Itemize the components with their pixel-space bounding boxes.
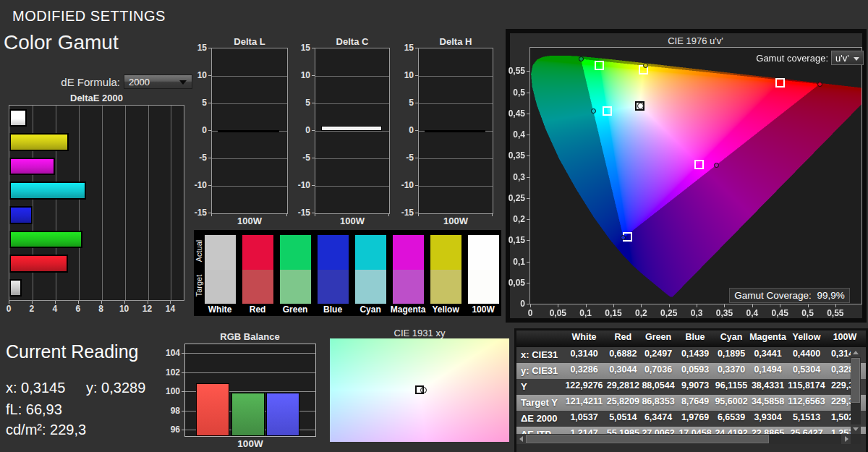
tick xyxy=(527,262,529,263)
deltae-bar-chart xyxy=(9,105,184,301)
swatch-actual-green xyxy=(280,235,311,270)
tick xyxy=(527,177,529,178)
deltae-x-tick: 12 xyxy=(139,304,156,314)
cie1976-title: CIE 1976 u'v' xyxy=(529,35,861,46)
swatch-target-cyan xyxy=(355,270,386,304)
swatch-row-label-actual: Actual xyxy=(195,236,203,266)
dl-plot-ytick: 10 xyxy=(187,70,207,80)
delta-zero-bar xyxy=(425,130,485,132)
tick xyxy=(492,213,493,216)
gamut-coverage-value: u'v' xyxy=(835,53,849,64)
swatch-actual-blue xyxy=(318,235,349,270)
swatch-actual-yellow xyxy=(430,235,461,270)
chevron-down-icon xyxy=(854,57,859,61)
scroll-up-icon xyxy=(853,351,859,354)
deltae-x-tick: 0 xyxy=(0,304,17,314)
cie76-y-tick: 0,5 xyxy=(501,88,525,98)
gridline xyxy=(419,76,493,77)
dl-plot-ytick: 5 xyxy=(187,98,207,108)
table-vertical-scrollbar[interactable] xyxy=(851,348,861,434)
cie76-x-tick: 0,55 xyxy=(821,308,850,318)
table-row: ΔE ITP1,214755,198527,006217,045824,4192… xyxy=(516,427,866,434)
scroll-right-button[interactable] xyxy=(841,434,851,444)
table-row: ΔE 20001,05375,05146,34741,97696,65393,9… xyxy=(516,411,866,427)
tick xyxy=(527,114,529,114)
deltae-bar-red xyxy=(9,255,68,273)
table-row: Target Y121,421125,820986,83538,764995,6… xyxy=(516,395,866,411)
dc-plot-ytick: 10 xyxy=(290,70,310,80)
current-reading-title: Current Reading xyxy=(6,341,138,362)
tick xyxy=(415,75,418,76)
swatch-actual-cyan xyxy=(355,235,386,270)
gridline xyxy=(125,106,126,300)
cie76-y-tick: 0,2 xyxy=(501,214,525,224)
de-formula-dropdown[interactable]: 2000 xyxy=(124,74,192,89)
delta-h-title: Delta H xyxy=(412,36,499,47)
table-col-header-100w: 100W xyxy=(822,332,866,342)
gridline xyxy=(212,186,287,187)
cie76-y-tick: 0,4 xyxy=(501,129,525,140)
gridline xyxy=(185,372,315,373)
tick xyxy=(182,372,184,373)
tick xyxy=(724,304,725,307)
deltae-x-tick: 4 xyxy=(46,304,64,314)
de-formula-label: dE Formula: xyxy=(0,76,120,88)
cie76-x-tick: 0 xyxy=(516,308,545,318)
rgb-ytick: 96 xyxy=(158,425,180,435)
scroll-down-button[interactable] xyxy=(851,425,861,434)
table-row: Y122,927629,281288,05449,907396,115538,4… xyxy=(516,379,866,395)
deltae-bar-yellow xyxy=(9,133,69,151)
tick xyxy=(312,158,315,158)
tick xyxy=(315,213,315,216)
scroll-up-button[interactable] xyxy=(851,348,861,357)
deltae-bar-blue xyxy=(9,206,33,224)
cie76-y-tick: 0,25 xyxy=(501,193,525,203)
rgb-bar-red xyxy=(196,383,229,436)
horizontal-scroll-thumb[interactable] xyxy=(526,435,769,443)
tick xyxy=(641,304,642,307)
scroll-right-icon xyxy=(845,436,848,442)
cie76-y-tick: 0,55 xyxy=(501,66,525,76)
table-row: y: CIE310,32860,30440,70360,05930,33700,… xyxy=(516,363,866,379)
de-formula-value: 2000 xyxy=(129,77,150,88)
dc-plot-ytick: 15 xyxy=(290,43,310,53)
tick xyxy=(530,304,531,307)
gamut-coverage-dropdown[interactable]: u'v' xyxy=(831,51,864,65)
table-horizontal-scrollbar[interactable] xyxy=(516,434,861,444)
scroll-left-button[interactable] xyxy=(516,434,526,444)
swatch-label-cyan: Cyan xyxy=(352,304,389,315)
cie76-x-tick: 0,35 xyxy=(710,308,739,318)
delta-c-xlabel: 100W xyxy=(315,216,390,226)
table-row-label: Y xyxy=(521,381,527,392)
delta-bar xyxy=(321,126,382,131)
vertical-scroll-thumb[interactable] xyxy=(851,358,860,403)
tick xyxy=(835,304,836,307)
swatch-target-100w xyxy=(468,270,499,304)
swatch-actual-red xyxy=(242,235,273,270)
cie76-y-tick: 0 xyxy=(501,299,525,309)
gridline xyxy=(185,353,315,354)
rgb-ytick: 102 xyxy=(158,367,180,378)
deltae-bar-cyan xyxy=(9,182,86,200)
dh-plot-ytick: -10 xyxy=(393,180,414,190)
tick xyxy=(388,213,389,216)
tick xyxy=(527,135,529,135)
cie76-x-tick: 0,45 xyxy=(765,308,794,318)
cie76-x-tick: 0,15 xyxy=(599,308,628,318)
dc-plot-ytick: -10 xyxy=(290,180,310,190)
gridline xyxy=(148,106,149,300)
swatch-actual-white xyxy=(205,235,236,270)
table-row-label: ΔE ITP xyxy=(521,429,551,434)
delta-zero-bar xyxy=(218,130,279,132)
tick xyxy=(752,304,753,307)
rgb-ytick: 100 xyxy=(158,386,180,396)
deltae-bar-white xyxy=(9,279,22,297)
cie76-y-tick: 0,1 xyxy=(501,257,525,267)
gridline xyxy=(212,158,287,159)
swatch-target-yellow xyxy=(430,270,461,304)
swatch-label-magenta: Magenta xyxy=(389,304,427,315)
tick xyxy=(312,130,315,131)
tick xyxy=(312,75,315,76)
tick xyxy=(415,130,418,131)
deltae-bar-100w xyxy=(9,109,27,127)
